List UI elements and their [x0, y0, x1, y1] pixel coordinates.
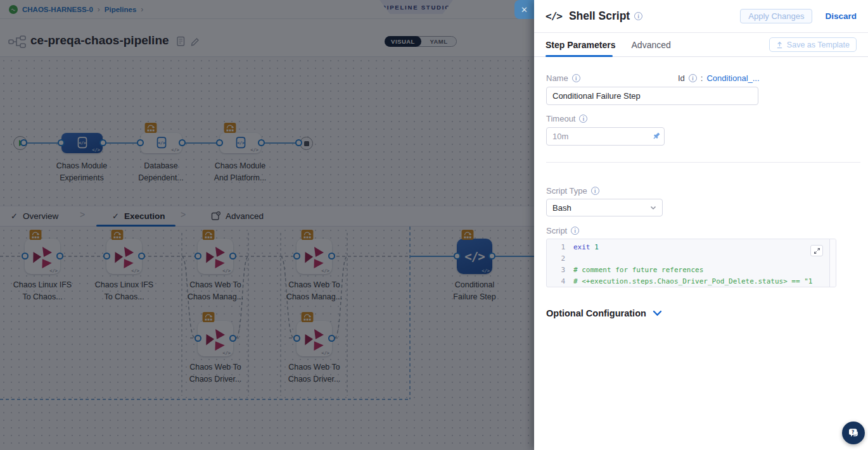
link-dot[interactable]	[99, 139, 106, 146]
chaos-experiment-icon	[302, 326, 327, 351]
link-dot[interactable]	[293, 335, 300, 342]
link-dot[interactable]	[179, 139, 186, 146]
chevron-right-icon: ›	[98, 5, 100, 14]
readme-doc-icon[interactable]	[176, 36, 186, 47]
link-dot[interactable]	[195, 253, 201, 259]
link-dot[interactable]	[454, 253, 461, 259]
section-divider	[546, 162, 860, 163]
breadcrumb-pipelines[interactable]: Pipelines	[105, 6, 137, 13]
toggle-yaml[interactable]: YAML	[421, 38, 456, 45]
code-badge-icon: </>	[482, 268, 490, 273]
chat-question-icon: ?	[848, 427, 860, 439]
script-label: Script i	[546, 226, 579, 235]
step-node-conditional-failure[interactable]: </> </>	[457, 239, 492, 274]
execution-links	[0, 227, 534, 450]
chaos-experiment-icon	[112, 244, 137, 269]
code-badge-icon: </>	[49, 268, 58, 273]
info-icon[interactable]: i	[634, 12, 642, 20]
panel-title: Shell Script	[569, 9, 630, 23]
link-dot[interactable]	[22, 253, 29, 259]
breadcrumb: CHAOS-HARNESS-0 › Pipelines ›	[9, 0, 143, 19]
chevron-right-icon: ›	[141, 5, 143, 14]
tab-overview[interactable]: ✓ Overview	[11, 206, 58, 226]
stage-node-chaos-module-platform[interactable]: </>	[220, 133, 261, 153]
toggle-visual[interactable]: VISUAL	[385, 36, 421, 47]
link-dot[interactable]	[56, 253, 63, 259]
rollback-icon	[461, 230, 474, 240]
step-node-chaos-linux-ifs-2[interactable]: </>	[106, 239, 142, 274]
expand-editor-icon[interactable]	[810, 245, 823, 256]
code-line: 4 # <+execution.steps.Chaos_Driver_Pod_D…	[547, 275, 824, 287]
link-dot[interactable]	[138, 253, 145, 259]
timeout-label: Timeout i	[546, 114, 587, 123]
chevron-down-icon	[650, 204, 656, 211]
stage-label: Chaos ModuleAnd Platform...	[193, 160, 288, 184]
check-icon: ✓	[11, 211, 18, 221]
link-dot[interactable]	[488, 253, 495, 259]
link-dot[interactable]	[137, 139, 144, 146]
breadcrumb-project[interactable]: CHAOS-HARNESS-0	[22, 6, 93, 13]
code-line: 3 # comment for future references	[547, 264, 824, 275]
chaos-experiment-icon	[302, 244, 327, 269]
active-tab-underline	[96, 225, 176, 227]
info-icon[interactable]: i	[572, 74, 580, 82]
tab-panel-advanced[interactable]: Advanced	[632, 40, 671, 50]
link-dot[interactable]	[229, 253, 236, 259]
link-dot[interactable]	[328, 253, 335, 259]
shell-script-icon: </>	[546, 10, 562, 22]
pin-input-type-icon[interactable]	[649, 128, 664, 144]
pipeline-canvas-region: CHAOS-HARNESS-0 › Pipelines › PIPELINE S…	[0, 0, 534, 450]
edit-pencil-icon[interactable]	[190, 36, 200, 47]
step-id-link[interactable]: Conditional_...	[706, 73, 759, 83]
link-dot[interactable]	[258, 139, 265, 146]
link-dot[interactable]	[58, 139, 65, 146]
link-dot[interactable]	[103, 253, 110, 259]
script-type-select[interactable]: Bash	[546, 199, 663, 216]
active-tab-underline	[546, 55, 613, 57]
step-label: Chaos Web ToChaos Driver...	[267, 361, 362, 385]
step-node-chaos-web-driver-2[interactable]: </>	[297, 321, 332, 356]
info-icon[interactable]: i	[591, 187, 599, 195]
script-code-editor[interactable]: 1 exit 1 2 3 # comment for future refere…	[546, 239, 836, 287]
link-dot[interactable]	[195, 335, 201, 342]
stage-node-database-dependent[interactable]: </>	[141, 133, 182, 153]
rollback-icon	[301, 230, 314, 240]
tab-execution[interactable]: ✓ Execution	[112, 206, 165, 226]
help-chat-button[interactable]: ?	[842, 422, 865, 444]
name-input[interactable]	[546, 87, 758, 105]
link-dot[interactable]	[216, 139, 223, 146]
code-badge-icon: </>	[171, 147, 179, 153]
timeout-input[interactable]	[546, 127, 665, 146]
step-node-chaos-web-manag-1[interactable]: </>	[198, 239, 233, 274]
link-dot[interactable]	[293, 253, 300, 259]
close-icon: ✕	[521, 5, 528, 15]
visual-yaml-toggle[interactable]: VISUAL YAML	[385, 36, 457, 47]
info-icon[interactable]: i	[571, 227, 579, 235]
step-label: Chaos Linux IFSTo Chaos...	[77, 279, 172, 303]
optional-configuration-toggle[interactable]: Optional Configuration	[546, 308, 662, 318]
rollback-icon	[144, 123, 157, 133]
step-node-chaos-web-manag-2[interactable]: </>	[297, 239, 332, 274]
discard-button[interactable]: Discard	[825, 11, 857, 21]
link-dot[interactable]	[20, 139, 27, 146]
upload-icon	[776, 41, 783, 49]
step-node-chaos-linux-ifs-1[interactable]: </>	[25, 239, 60, 274]
apply-changes-button[interactable]: Apply Changes	[740, 9, 812, 23]
close-drawer-button[interactable]: ✕	[514, 0, 534, 19]
stage-node-chaos-module-experiments[interactable]: </>	[61, 133, 103, 153]
info-icon[interactable]: i	[689, 74, 697, 82]
step-node-chaos-web-driver-1[interactable]: </>	[198, 321, 233, 356]
link-dot[interactable]	[295, 139, 302, 146]
tab-step-parameters[interactable]: Step Parameters	[546, 40, 616, 50]
tab-advanced[interactable]: Advanced	[211, 206, 264, 226]
link-dot[interactable]	[229, 335, 236, 342]
chevron-right-icon: >	[80, 209, 85, 220]
step-label: Chaos Web ToChaos Manag...	[168, 279, 263, 303]
pipeline-graph-icon	[8, 35, 26, 48]
code-badge-icon: </>	[250, 147, 258, 153]
save-as-template-button[interactable]: Save as Template	[769, 37, 857, 52]
step-id-row: Id i : Conditional_...	[678, 73, 760, 83]
link-dot[interactable]	[328, 335, 335, 342]
info-icon[interactable]: i	[579, 115, 587, 123]
editor-scrollbar[interactable]	[829, 239, 836, 287]
